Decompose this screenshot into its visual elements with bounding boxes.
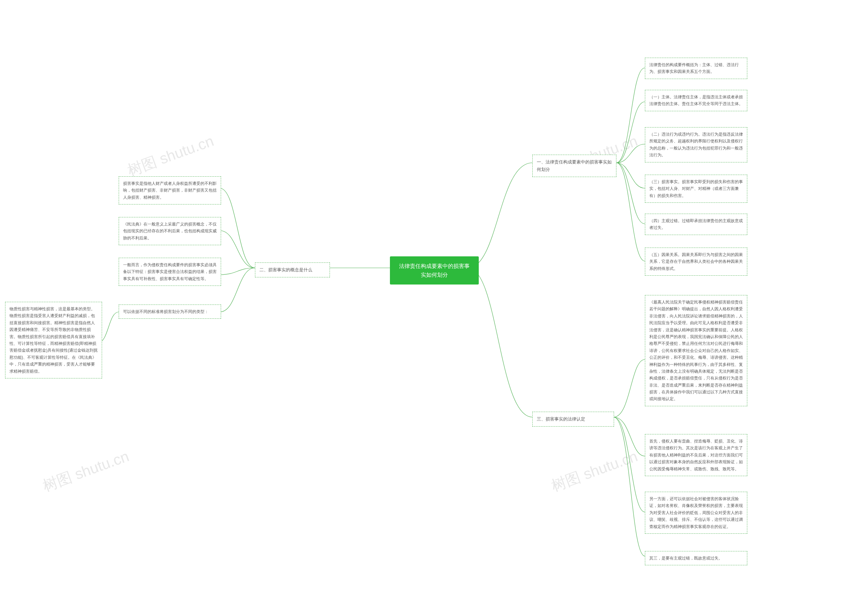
leaf-2-5[interactable]: 物质性损害与精神性损害，这是最基本的类型。物质性损害是指受害人遭受财产利益的减损…: [5, 302, 102, 379]
leaf-2-2[interactable]: 《民法典》在一般意义上采最广义的损害概念，不仅包括现实的已经存在的不利后果，也包…: [119, 217, 221, 245]
branch-1[interactable]: 一、法律责任构成要素中的损害事实如何划分: [532, 155, 617, 177]
leaf-2-4[interactable]: 可以依据不同的标准将损害划分为不同的类型：: [119, 304, 221, 319]
leaf-1-2[interactable]: （一）主体。法律责任主体，是指违法主体或者承担法律责任的主体。责任主体不完全等同…: [645, 90, 747, 111]
center-node[interactable]: 法律责任构成要素中的损害事实如何划分: [390, 256, 479, 284]
watermark: 树图 shutu.cn: [549, 446, 640, 496]
leaf-3-1[interactable]: 《最高人民法院关于确定民事侵权精神损害赔偿责任若干问题的解释》明确提出，自然人因…: [645, 295, 747, 406]
leaf-1-4[interactable]: （三）损害事实。损害事实即受到的损失和伤害的事实，包括对人身、对财产、对精神（或…: [645, 175, 747, 203]
leaf-3-2[interactable]: 首先，侵权人要有歪曲、捏造侮辱、贬损、丑化、诽谤等违法侵权行为。其次是该行为在客…: [645, 434, 747, 476]
leaf-3-4[interactable]: 其三，是要有主观过错，既故意或过失。: [645, 551, 747, 565]
leaf-1-6[interactable]: （五）因果关系。因果关系即行为与损害之间的因果关系，它是存在于自然界和人类社会中…: [645, 248, 747, 276]
leaf-1-1[interactable]: 法律责任的构成要件概括为：主体、过错、违法行为、损害事实和因果关系五个方面。: [645, 57, 747, 79]
watermark: 树图 shutu.cn: [125, 131, 217, 181]
watermark: 树图 shutu.cn: [40, 446, 132, 496]
branch-3[interactable]: 三、损害事实的法律认定: [532, 412, 614, 427]
leaf-3-3[interactable]: 另一方面，还可以依据社会对被侵害的客体状况验证，如对名誉权、肖像权及荣誉权的损害…: [645, 492, 747, 534]
mindmap-canvas: 树图 shutu.cn 树图 shutu.cn 树图 shutu.cn 树图 s…: [0, 0, 868, 607]
leaf-1-3[interactable]: （二）违法行为或违约行为。违法行为是指违反法律所规定的义务、超越权利的界限行使权…: [645, 127, 747, 162]
leaf-2-1[interactable]: 损害事实是指他人财产或者人身权益所遭受的不利影响，包括财产损害、非财产损害，非财…: [119, 176, 221, 205]
branch-2[interactable]: 二、损害事实的概念是什么: [255, 262, 330, 277]
leaf-2-3[interactable]: 一般而言，作为侵权责任构成要件的损害事实必须具备以下特征：损害事实是侵害合法权益…: [119, 258, 221, 286]
leaf-1-5[interactable]: （四）主观过错。过错即承担法律责任的主观故意或者过失。: [645, 214, 747, 235]
